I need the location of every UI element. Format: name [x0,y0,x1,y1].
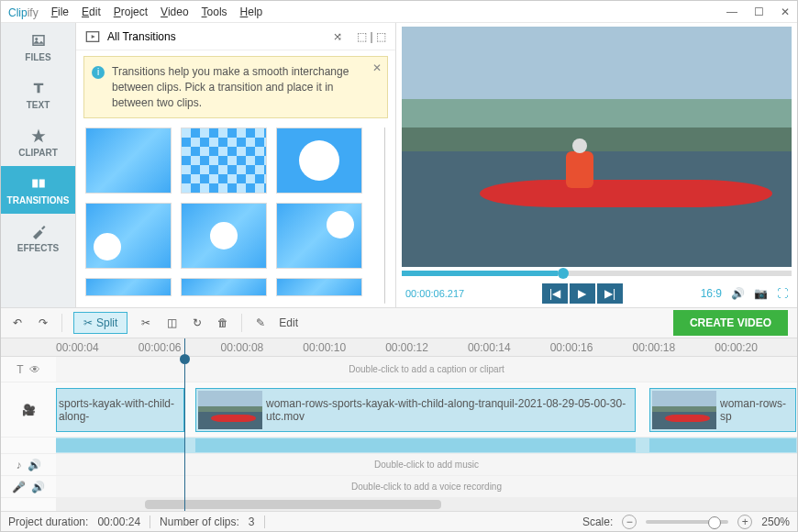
transition-thumb[interactable] [276,127,362,194]
duration-label: Project duration: [8,515,88,528]
minimize-icon[interactable]: — [726,6,737,18]
video-clip[interactable]: woman-rows-sports-kayak-with-child-along… [195,388,636,432]
transition-thumb[interactable] [181,203,267,269]
maximize-icon[interactable]: ☐ [754,6,764,18]
visibility-icon[interactable]: 👁 [29,363,40,376]
music-track[interactable]: Double-click to add music [56,454,797,475]
create-video-button[interactable]: CREATE VIDEO [673,310,788,336]
svg-rect-2 [39,179,44,187]
tab-transitions[interactable]: TRANSITIONS [1,166,75,214]
caption-track[interactable]: Double-click to add a caption or clipart [56,357,797,382]
transition-thumb[interactable] [181,127,267,194]
menu-project[interactable]: Project [114,6,148,18]
panel-title: All Transitions [107,30,176,43]
mic-track-icon: 🎤 [12,481,26,493]
zoom-out-button[interactable]: − [622,515,637,529]
voice-track[interactable]: Double-click to add a voice recording [56,476,797,497]
timecode: 00:00:06.217 [405,288,464,299]
transition-thumb[interactable] [85,203,172,269]
svg-rect-1 [32,179,38,187]
edit-icon[interactable]: ✎ [253,316,268,330]
app-logo: Clipify [8,5,39,19]
music-track-icon: ♪ [17,459,22,471]
scale-label: Scale: [582,515,613,528]
prev-button[interactable]: |◀ [542,283,568,304]
redo-icon[interactable]: ↷ [36,316,50,330]
text-track-icon: T [17,363,23,376]
menu-tools[interactable]: Tools [202,6,227,18]
menu-edit[interactable]: Edit [82,6,101,18]
play-list-icon [85,29,100,44]
horizontal-scrollbar[interactable] [56,498,797,511]
cut-icon[interactable]: ✂ [139,316,153,330]
shuffle-icon[interactable]: ⤨ [333,30,342,43]
volume-icon[interactable]: 🔊 [731,287,745,300]
tab-text[interactable]: TEXT [1,71,75,118]
audio-track[interactable] [56,438,797,453]
play-button[interactable]: ▶ [570,283,595,304]
close-icon[interactable]: ✕ [781,6,790,18]
menu-file[interactable]: File [51,6,69,18]
tab-files[interactable]: FILES [1,23,75,71]
video-clip[interactable]: woman-rows-sp [649,388,796,432]
mute-icon[interactable]: 🔊 [31,481,45,493]
mute-icon[interactable]: 🔊 [28,459,41,471]
edit-button[interactable]: Edit [279,316,298,329]
undo-icon[interactable]: ↶ [10,316,25,330]
menu-video[interactable]: Video [161,6,188,18]
seek-bar[interactable] [402,271,792,276]
transition-thumb[interactable] [276,278,362,296]
tab-effects[interactable]: EFFECTS [1,214,75,261]
fullscreen-icon[interactable]: ⛶ [777,287,788,300]
crop-icon[interactable]: ◫ [164,316,179,330]
split-button[interactable]: ✂ Split [73,312,127,334]
duration-value: 00:00:24 [97,515,140,528]
clips-label: Number of clips: [160,515,239,528]
video-clip[interactable]: sports-kayak-with-child-along- [56,388,184,432]
apply-all-icon[interactable]: ⬚❘⬚ [357,30,386,43]
video-track-icon: 🎥 [22,404,36,416]
info-banner: i Transitions help you make a smooth int… [83,56,388,118]
close-info-icon[interactable]: ✕ [372,61,382,76]
svg-point-0 [35,38,38,40]
scale-value: 250% [761,515,790,528]
transition-thumb[interactable] [181,278,267,296]
playhead[interactable] [184,338,185,511]
rotate-icon[interactable]: ↻ [190,316,205,330]
clips-value: 3 [249,515,255,528]
transition-thumb[interactable] [85,127,172,194]
snapshot-icon[interactable]: 📷 [754,287,768,300]
zoom-slider[interactable] [646,520,728,524]
video-track[interactable]: sports-kayak-with-child-along- woman-row… [56,382,797,437]
info-icon: i [92,66,105,79]
video-preview[interactable] [402,27,792,267]
tab-clipart[interactable]: CLIPART [1,118,75,166]
aspect-ratio[interactable]: 16:9 [701,287,722,300]
menu-help[interactable]: Help [240,6,263,18]
next-button[interactable]: ▶| [597,283,623,304]
transition-thumb[interactable] [276,203,362,269]
delete-icon[interactable]: 🗑 [216,316,230,330]
transition-thumb[interactable] [85,278,172,296]
time-ruler[interactable]: 00:00:0400:00:0600:00:0800:00:1000:00:12… [1,338,797,357]
zoom-in-button[interactable]: + [737,515,752,529]
